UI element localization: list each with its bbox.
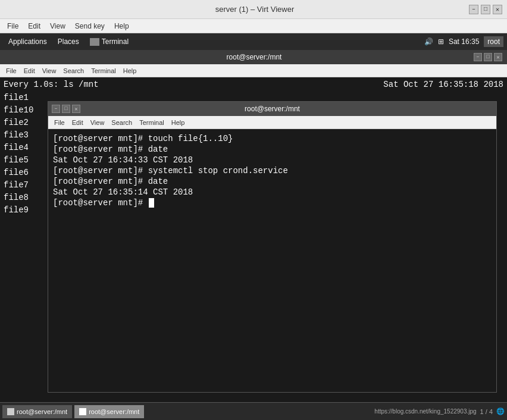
menu-help[interactable]: Help	[109, 21, 134, 32]
window-controls: – □ ✕	[469, 5, 502, 14]
inner-maximize-btn[interactable]: □	[62, 105, 70, 113]
watch-header: Every 1.0s: ls /mnt Sat Oct 27 16:35:18 …	[4, 80, 503, 89]
menu-edit[interactable]: Edit	[23, 21, 45, 32]
menu-file[interactable]: File	[2, 21, 23, 32]
file-item: file9	[4, 205, 29, 215]
watch-timestamp: Sat Oct 27 16:35:18 2018	[383, 80, 503, 89]
taskbar-item-2[interactable]: root@server:/mnt	[74, 405, 144, 418]
outer-maximize-btn[interactable]: □	[484, 53, 492, 61]
taskbar-right: https://blog.csdn.net/king_1522903.jpg 1…	[374, 408, 505, 415]
file-item: file5	[4, 155, 29, 165]
outer-minimize-btn[interactable]: –	[474, 53, 482, 61]
terminal-line-3: Sat Oct 27 16:34:33 CST 2018	[53, 155, 492, 165]
terminal-line-4: [root@server mnt]# systemctl stop crond.…	[53, 166, 492, 175]
outer-menu-edit[interactable]: Edit	[20, 66, 39, 76]
user-label: root	[484, 36, 503, 47]
terminal-line-1: [root@server mnt]# touch file{1..10}	[53, 134, 492, 143]
outer-menu-help[interactable]: Help	[120, 66, 140, 76]
inner-menu-terminal[interactable]: Terminal	[136, 118, 168, 127]
places-menu[interactable]: Places	[53, 36, 84, 47]
file-item: file8	[4, 193, 29, 202]
window-title: server (1) – Virt Viewer	[40, 5, 469, 14]
outer-menu-view[interactable]: View	[39, 66, 60, 76]
taskbar-pagination: 1 / 4	[480, 408, 493, 415]
inner-menu-search[interactable]: Search	[108, 118, 136, 127]
terminal-icon	[90, 38, 99, 46]
terminal-line-2: [root@server mnt]# date	[53, 145, 492, 154]
taskbar-globe-icon: 🌐	[496, 408, 505, 415]
taskbar-icon-1	[7, 408, 14, 415]
file-item: file2	[4, 118, 29, 127]
minimize-button[interactable]: –	[469, 5, 478, 14]
top-bar-right: 🔊 ⊞ Sat 16:35 root	[424, 36, 503, 47]
outer-terminal-title: root@server:/mnt	[35, 53, 474, 61]
terminal-line-7: [root@server mnt]#	[53, 198, 492, 208]
inner-terminal-menu: File Edit View Search Terminal Help	[48, 116, 496, 129]
taskbar-icon-2	[79, 408, 86, 415]
terminal-line-6: Sat Oct 27 16:35:14 CST 2018	[53, 187, 492, 197]
virt-viewer-window: server (1) – Virt Viewer – □ ✕ File Edit…	[0, 0, 507, 420]
outer-terminal-controls: – □ ✕	[474, 53, 502, 61]
taskbar-label-2: root@server:/mnt	[89, 408, 139, 415]
outer-terminal-title-bar: root@server:/mnt – □ ✕	[0, 50, 507, 64]
inner-menu-help[interactable]: Help	[168, 118, 189, 127]
terminal-tab[interactable]: Terminal	[85, 36, 133, 47]
taskbar-url: https://blog.csdn.net/king_1522903.jpg	[374, 408, 476, 415]
inner-close-btn[interactable]: ✕	[72, 105, 80, 113]
inner-terminal-title: root@server:/mnt	[82, 105, 463, 113]
title-bar: server (1) – Virt Viewer – □ ✕	[0, 0, 507, 19]
inner-terminal-title-bar: – □ ✕ root@server:/mnt	[48, 102, 496, 116]
display-icon: ⊞	[438, 37, 444, 46]
inner-menu-file[interactable]: File	[51, 118, 68, 127]
sound-icon: 🔊	[424, 37, 433, 46]
outer-close-btn[interactable]: ✕	[494, 53, 502, 61]
taskbar-item-1[interactable]: root@server:/mnt	[2, 405, 72, 418]
applications-menu[interactable]: Applications	[4, 36, 52, 47]
file-item: file6	[4, 168, 29, 177]
menu-sendkey[interactable]: Send key	[70, 21, 109, 32]
terminal-cursor	[149, 198, 154, 208]
top-bar: Applications Places Terminal 🔊 ⊞ Sat 16:…	[0, 33, 507, 50]
top-bar-left: Applications Places Terminal	[4, 36, 133, 47]
inner-menu-edit[interactable]: Edit	[68, 118, 87, 127]
file-item: file7	[4, 180, 29, 190]
terminal-content[interactable]: [root@server mnt]# touch file{1..10} [ro…	[48, 129, 496, 392]
outer-menu-terminal[interactable]: Terminal	[87, 66, 120, 76]
watch-command: Every 1.0s: ls /mnt	[4, 80, 99, 89]
taskbar-label-1: root@server:/mnt	[17, 408, 67, 415]
file-item: file3	[4, 130, 29, 140]
close-button[interactable]: ✕	[493, 5, 502, 14]
datetime-label: Sat 16:35	[449, 37, 479, 46]
terminal-label: Terminal	[102, 37, 129, 46]
file-item: file10	[4, 105, 33, 115]
outer-menu-file[interactable]: File	[2, 66, 20, 76]
inner-terminal-window: – □ ✕ root@server:/mnt File Edit View Se…	[48, 101, 497, 393]
menu-view[interactable]: View	[45, 21, 70, 32]
file-item: file4	[4, 143, 29, 152]
inner-title-left-controls: – □ ✕	[52, 105, 82, 113]
file-item: file1	[4, 93, 29, 102]
taskbar: root@server:/mnt root@server:/mnt https:…	[0, 402, 507, 420]
main-content: Every 1.0s: ls /mnt Sat Oct 27 16:35:18 …	[0, 77, 507, 402]
outer-menu-bar: File Edit View Send key Help	[0, 19, 507, 33]
inner-menu-view[interactable]: View	[87, 118, 108, 127]
terminal-line-5: [root@server mnt]# date	[53, 177, 492, 186]
outer-terminal-menu: File Edit View Search Terminal Help	[0, 64, 507, 77]
maximize-button[interactable]: □	[481, 5, 490, 14]
inner-minimize-btn[interactable]: –	[52, 105, 60, 113]
outer-menu-search[interactable]: Search	[60, 66, 87, 76]
